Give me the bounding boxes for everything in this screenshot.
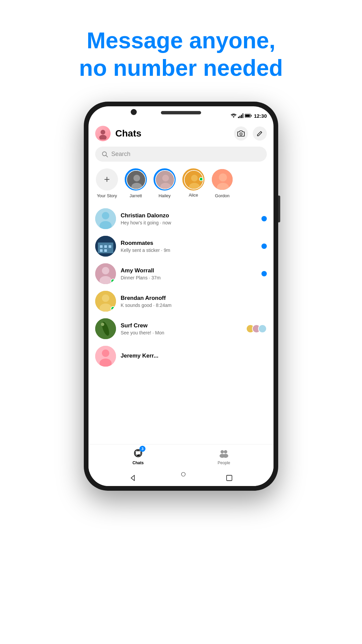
story-avatar-gordon: [211, 168, 233, 191]
recents-button[interactable]: [225, 473, 234, 483]
svg-point-9: [99, 135, 107, 140]
svg-point-50: [221, 450, 224, 453]
chat-info-christian: Christian Dalonzo Hey how's it going · n…: [121, 212, 257, 225]
add-story-button[interactable]: +: [96, 168, 118, 191]
phone-speaker: [161, 111, 201, 114]
bottom-nav: 3 Chats People: [88, 444, 274, 472]
svg-rect-32: [109, 245, 111, 248]
story-ring-jarrett: [125, 168, 147, 191]
story-item-hailey[interactable]: Hailey: [153, 168, 176, 198]
chat-avatar-christian: [95, 208, 116, 229]
group-avatars-surf-crew: [246, 324, 267, 333]
chat-info-surf-crew: Surf Crew See you there! · Mon: [121, 322, 241, 335]
chat-item-amy[interactable]: Amy Worrall Dinner Plans · 37m: [95, 260, 267, 287]
chat-item-brendan[interactable]: Brendan Aronoff K sounds good · 8:24am: [95, 287, 267, 315]
search-icon: [102, 151, 108, 157]
nav-label-chats: Chats: [132, 461, 143, 465]
header-title: Chats: [115, 128, 229, 139]
nav-badge-chats: 3: [139, 446, 145, 452]
chat-info-roommates: Roommates Kelly sent a sticker · 9m: [121, 240, 257, 253]
svg-point-36: [102, 267, 109, 274]
battery-icon: [245, 114, 252, 118]
search-bar[interactable]: Search: [95, 147, 267, 162]
story-item-jarrett[interactable]: Jarrett: [124, 168, 147, 198]
chat-preview-surf-crew: See you there! · Mon: [121, 330, 241, 335]
story-name-jarrett: Jarrett: [130, 193, 142, 198]
chat-item-roommates[interactable]: Roommates Kelly sent a sticker · 9m: [95, 232, 267, 260]
nav-icon-wrap-people: [218, 447, 230, 459]
svg-point-55: [181, 472, 185, 476]
phone-side-button: [278, 196, 280, 222]
back-button[interactable]: [128, 473, 137, 483]
edit-button[interactable]: [253, 126, 267, 141]
nav-item-people[interactable]: People: [181, 447, 267, 465]
chat-name-amy: Amy Worrall: [121, 267, 257, 274]
svg-rect-6: [251, 115, 251, 117]
search-placeholder: Search: [111, 151, 130, 158]
camera-button[interactable]: [234, 126, 248, 141]
status-time: 12:30: [254, 113, 267, 119]
story-avatar-hailey: [155, 170, 175, 190]
unread-dot-roommates: [261, 244, 267, 249]
svg-rect-4: [242, 113, 243, 118]
chat-preview-amy: Dinner Plans · 37m: [121, 275, 257, 280]
chat-avatar-amy: [95, 263, 116, 284]
svg-marker-54: [131, 475, 134, 481]
story-name-alice: Alice: [189, 193, 198, 198]
story-item-your-story[interactable]: + Your Story: [95, 168, 119, 198]
stories-row: + Your Story: [95, 168, 267, 198]
svg-marker-0: [233, 116, 235, 118]
user-avatar[interactable]: [95, 126, 111, 141]
chat-name-brendan: Brendan Aronoff: [121, 295, 267, 302]
svg-point-26: [102, 212, 109, 219]
story-name-hailey: Hailey: [159, 193, 171, 198]
chat-list: Christian Dalonzo Hey how's it going · n…: [95, 205, 267, 444]
svg-point-17: [162, 175, 169, 181]
svg-rect-30: [100, 245, 103, 248]
svg-rect-34: [104, 249, 107, 252]
svg-point-14: [133, 175, 140, 181]
svg-point-52: [224, 450, 227, 453]
story-name-your-story: Your Story: [97, 193, 117, 198]
svg-point-10: [240, 133, 242, 135]
chat-preview-christian: Hey how's it going · now: [121, 220, 257, 225]
chat-item-surf-crew[interactable]: Surf Crew See you there! · Mon: [95, 315, 267, 342]
svg-rect-56: [227, 475, 232, 481]
chat-avatar-jeremy: [95, 346, 116, 367]
nav-item-chats[interactable]: 3 Chats: [95, 447, 181, 465]
chat-avatar-surf-crew: [95, 318, 116, 339]
story-item-alice[interactable]: Alice: [182, 168, 205, 198]
chat-name-roommates: Roommates: [121, 240, 257, 247]
svg-point-8: [101, 130, 105, 135]
nav-icon-wrap-chats: 3: [132, 447, 144, 459]
svg-rect-2: [239, 116, 240, 118]
chat-avatar-roommates: [95, 236, 116, 257]
story-avatar-jarrett: [126, 170, 146, 190]
chat-info-jeremy: Jeremy Kerr...: [121, 353, 267, 360]
phone-mockup: 12:30 Chats: [84, 102, 278, 491]
chat-name-jeremy: Jeremy Kerr...: [121, 353, 267, 359]
svg-line-12: [106, 155, 108, 157]
svg-point-53: [223, 454, 228, 458]
story-name-gordon: Gordon: [215, 193, 229, 198]
promo-title: Message anyone, no number needed: [59, 27, 303, 82]
svg-rect-1: [238, 117, 239, 118]
chat-item-christian[interactable]: Christian Dalonzo Hey how's it going · n…: [95, 205, 267, 232]
chat-avatar-brendan: [95, 291, 116, 312]
home-button[interactable]: [176, 473, 186, 483]
chat-preview-brendan: K sounds good · 8:24am: [121, 303, 267, 308]
chat-item-jeremy[interactable]: Jeremy Kerr...: [95, 342, 267, 370]
wifi-icon: [231, 113, 237, 118]
svg-point-45: [102, 350, 109, 357]
chat-name-christian: Christian Dalonzo: [121, 212, 257, 219]
svg-point-39: [102, 294, 109, 302]
story-item-gordon[interactable]: Gordon: [210, 168, 234, 198]
signal-icon: [238, 113, 243, 118]
chat-info-amy: Amy Worrall Dinner Plans · 37m: [121, 267, 257, 280]
nav-label-people: People: [218, 461, 230, 465]
svg-point-43: [101, 323, 104, 326]
chat-preview-roommates: Kelly sent a sticker · 9m: [121, 248, 257, 253]
svg-point-20: [191, 175, 198, 181]
chat-name-surf-crew: Surf Crew: [121, 322, 241, 329]
app-header: Chats: [95, 121, 267, 147]
